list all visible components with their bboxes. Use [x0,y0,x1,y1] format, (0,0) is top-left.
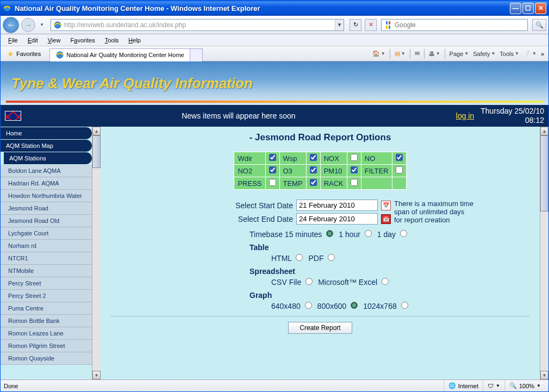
sidebar-station[interactable]: NTCR1 [1,252,92,265]
scroll-up-button[interactable]: ▲ [92,127,101,135]
sidebar-station[interactable]: Romon Quayside [1,352,92,365]
sidebar-station[interactable]: Boldon Lane AQMA [1,165,92,177]
graph-size-radio[interactable] [401,302,408,309]
tools-menu[interactable]: Tools▼ [497,49,521,58]
refresh-button[interactable]: ↻ [350,19,361,31]
print-button[interactable]: 🖶▼ [427,49,442,58]
param-checkbox[interactable] [351,154,358,161]
mail-button[interactable]: ✉ [413,49,422,58]
back-button[interactable]: ← [3,17,19,33]
nav-toolbar: ← → ▼ ▼ ↻ ✕ 🔍 [1,16,548,34]
forward-button[interactable]: → [21,18,35,32]
timebase-radio[interactable] [365,230,372,237]
nav-home[interactable]: Home [1,127,92,139]
banner-heading: Tyne & Wear Air Quality Information [11,75,253,92]
status-zone[interactable]: 🌐 Internet [444,380,483,391]
status-text: Done [4,383,18,389]
search-button[interactable]: 🔍 [532,19,546,31]
help-button[interactable]: ❔▼ [521,49,539,58]
start-date-picker-icon[interactable]: 📅 [381,201,391,210]
tab-current[interactable]: National Air Quality Monitoring Center H… [49,48,190,61]
favorites-button[interactable]: ★ Favorites [3,48,45,60]
sidebar-station[interactable]: Hadrian Rd. AQMA [1,177,92,190]
sidebar-station[interactable]: Jesmond Road [1,202,92,215]
address-bar[interactable]: ▼ [51,19,344,31]
menu-help[interactable]: Help [124,36,145,45]
create-report-button[interactable]: Create Report [288,322,352,334]
zoom-control[interactable]: 🔍 100% ▼ [504,380,545,391]
menu-edit[interactable]: Edit [23,36,42,45]
page-scrollbar[interactable]: ▲ ▼ [540,127,548,379]
param-checkbox[interactable] [310,166,317,173]
scroll-down-button[interactable]: ▼ [92,371,101,379]
graph-size-radio[interactable] [351,302,358,309]
sidebar-station[interactable]: Lychgate Court [1,227,92,240]
news-ticker: News items will appear here soon [21,111,456,120]
end-date-input[interactable] [296,213,378,225]
login-link[interactable]: log in [456,111,474,120]
search-input[interactable] [395,21,527,29]
param-checkbox[interactable] [310,154,317,161]
param-checkbox[interactable] [351,179,358,186]
end-date-picker-icon[interactable]: 📅 [381,214,391,224]
info-bar: News items will appear here soon log in … [1,105,548,127]
param-checkbox[interactable] [310,179,317,186]
graph-size-radio[interactable] [305,302,312,309]
sidebar-station[interactable]: Percy Street 2 [1,290,92,302]
timebase-radio[interactable] [400,230,407,237]
address-dropdown[interactable]: ▼ [335,20,344,30]
close-button[interactable]: ✕ [535,3,546,14]
param-checkbox[interactable] [396,166,403,173]
home-button[interactable]: 🏠▼ [370,49,388,58]
nav-history-dropdown[interactable]: ▼ [38,22,46,27]
menu-tools[interactable]: Tools [101,36,123,45]
minimize-button[interactable]: — [510,3,521,14]
sidebar-station[interactable]: Howdon Northumbria Water [1,190,92,202]
tab-title: National Air Quality Monitoring Center H… [66,52,184,58]
overflow-button[interactable]: » [539,49,546,58]
page-menu[interactable]: Page▼ [447,49,471,58]
page-scroll-up[interactable]: ▲ [540,127,548,135]
param-checkbox[interactable] [351,166,358,173]
protected-mode[interactable]: 🛡 ▼ [483,380,504,391]
feeds-button[interactable]: ▤▼ [392,49,408,58]
table-format-radio[interactable] [296,254,303,261]
scroll-thumb[interactable] [92,135,101,168]
sidebar-station[interactable]: Romon Bottle Bank [1,315,92,327]
google-icon [384,21,392,29]
sidebar-station[interactable]: Romon Leazes Lane [1,327,92,340]
param-checkbox[interactable] [269,166,276,173]
new-tab-button[interactable] [190,48,203,61]
nav-aqm-stations[interactable]: AQM Stations [4,152,92,164]
param-checkbox[interactable] [269,154,276,161]
table-format-radio[interactable] [328,254,335,261]
page-scroll-down[interactable]: ▼ [540,371,548,379]
table-options: HTML PDF [271,254,532,263]
param-label: Wdir [234,152,265,165]
menu-view[interactable]: View [43,36,65,45]
start-date-input[interactable] [296,200,378,211]
safety-menu[interactable]: Safety▼ [471,49,497,58]
timebase-row: Timebase 15 minutes 1 hour 1 day [249,230,532,239]
sidebar-station[interactable]: NTMobile [1,265,92,277]
nav-aqm-map[interactable]: AQM Station Map [1,140,92,152]
sidebar-station[interactable]: Jesmond Road Old [1,215,92,227]
address-input[interactable] [64,21,335,29]
maximize-button[interactable]: ☐ [522,3,534,14]
sheet-format-radio[interactable] [382,278,389,285]
sidebar-station[interactable]: Puma Centre [1,302,92,315]
menu-file[interactable]: File [4,36,22,45]
search-box[interactable] [381,19,528,31]
timebase-radio[interactable] [326,230,333,237]
page-scroll-thumb[interactable] [540,135,548,211]
sheet-format-radio[interactable] [305,278,313,285]
sidebar-scrollbar[interactable]: ▲ ▼ [92,127,101,379]
menu-favorites[interactable]: Favorites [66,36,99,45]
param-checkbox[interactable] [269,179,276,186]
sidebar-station[interactable]: Percy Street [1,277,92,290]
sidebar-station[interactable]: Romon Pilgrim Street [1,340,92,352]
param-checkbox[interactable] [396,154,403,161]
svg-point-0 [4,5,10,11]
stop-button[interactable]: ✕ [365,19,377,31]
sidebar-station[interactable]: Norham rd [1,240,92,252]
